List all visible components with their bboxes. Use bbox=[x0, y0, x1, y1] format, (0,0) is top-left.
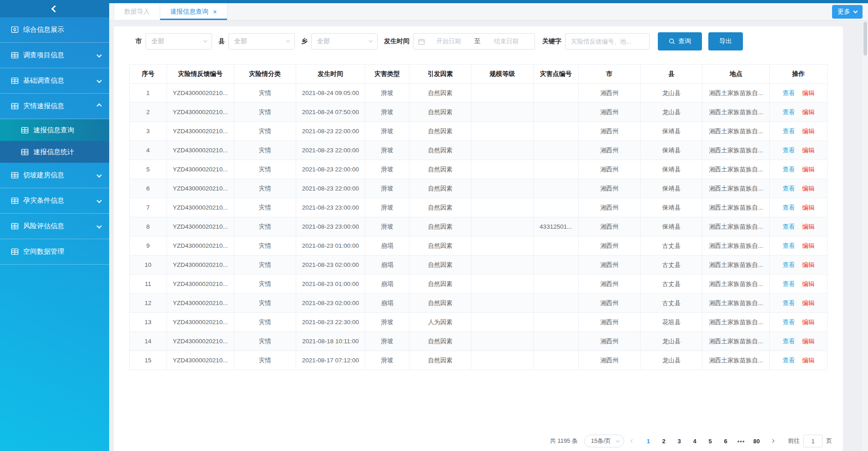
view-link[interactable]: 查看 bbox=[782, 242, 795, 249]
table-icon bbox=[11, 222, 19, 230]
page-number-5[interactable]: 5 bbox=[704, 435, 717, 447]
city-label: 市 bbox=[136, 37, 142, 45]
tab-close-icon[interactable]: × bbox=[213, 8, 217, 15]
table-row: 15YZD43000020210...灾情2021-08-17 07:12:00… bbox=[130, 351, 828, 370]
goto-page-input[interactable] bbox=[803, 435, 823, 447]
sidebar-item-label: 空间数据管理 bbox=[23, 247, 64, 256]
sidebar-item-切坡建房信息[interactable]: 切坡建房信息 bbox=[0, 163, 109, 188]
chevron-left-icon bbox=[51, 5, 58, 12]
edit-link[interactable]: 编辑 bbox=[802, 185, 814, 192]
tab-data-import[interactable]: 数据导入 bbox=[114, 3, 160, 20]
edit-link[interactable]: 编辑 bbox=[802, 261, 814, 268]
cell-seq: 11 bbox=[130, 275, 167, 294]
county-select[interactable]: 全部 bbox=[228, 33, 295, 50]
cell-city: 湘西州 bbox=[578, 236, 640, 256]
vertical-scrollbar[interactable] bbox=[863, 20, 868, 451]
edit-link[interactable]: 编辑 bbox=[802, 90, 814, 96]
column-header: 灾害点编号 bbox=[533, 65, 578, 84]
scrollbar-thumb[interactable] bbox=[863, 22, 867, 55]
table-row: 2YZD43000020210...灾情2021-08-24 07:50:00滑… bbox=[130, 103, 828, 122]
edit-link[interactable]: 编辑 bbox=[802, 109, 814, 115]
cell-factor: 自然因素 bbox=[409, 198, 471, 217]
cell-time: 2021-08-23 01:00:00 bbox=[296, 275, 365, 294]
sidebar-item-速报信息查询[interactable]: 速报信息查询 bbox=[0, 119, 109, 141]
sidebar-item-孕灾条件信息[interactable]: 孕灾条件信息 bbox=[0, 188, 109, 214]
edit-link[interactable]: 编辑 bbox=[802, 223, 814, 230]
cell-seq: 4 bbox=[130, 141, 167, 160]
data-table: 序号灾险情反馈编号灾险情分类发生时间灾害类型引发因素规模等级灾害点编号市县地点操… bbox=[129, 64, 828, 370]
edit-link[interactable]: 编辑 bbox=[802, 166, 814, 173]
view-link[interactable]: 查看 bbox=[782, 128, 795, 135]
view-link[interactable]: 查看 bbox=[782, 109, 795, 115]
cell-type: 滑坡 bbox=[365, 332, 409, 351]
city-select[interactable]: 全部 bbox=[146, 33, 212, 50]
sidebar-item-风险评估信息[interactable]: 风险评估信息 bbox=[0, 214, 109, 239]
page-number-1[interactable]: 1 bbox=[642, 435, 655, 447]
sidebar-item-调查项目信息[interactable]: 调查项目信息 bbox=[0, 43, 109, 68]
table-row: 6YZD43000020210...灾情2021-08-23 22:00:00滑… bbox=[130, 179, 828, 198]
search-button[interactable]: 查询 bbox=[658, 32, 702, 50]
sidebar-item-综合信息展示[interactable]: 综合信息展示 bbox=[0, 17, 109, 43]
edit-link[interactable]: 编辑 bbox=[802, 204, 814, 211]
prev-page-button[interactable] bbox=[626, 435, 639, 447]
cell-id: YZD43000020210... bbox=[167, 256, 234, 275]
next-page-button[interactable] bbox=[766, 435, 779, 447]
edit-link[interactable]: 编辑 bbox=[802, 147, 814, 154]
edit-link[interactable]: 编辑 bbox=[802, 300, 814, 306]
chevron-down-icon bbox=[203, 39, 207, 42]
sidebar-item-空间数据管理[interactable]: 空间数据管理 bbox=[0, 239, 109, 265]
view-link[interactable]: 查看 bbox=[782, 185, 795, 192]
sidebar-collapse-button[interactable] bbox=[0, 0, 109, 17]
cell-category: 灾情 bbox=[234, 122, 296, 141]
pagination: 共 1195 条 15条/页 123456•••80 前往 页 bbox=[550, 435, 832, 447]
edit-link[interactable]: 编辑 bbox=[802, 281, 814, 287]
edit-link[interactable]: 编辑 bbox=[802, 357, 814, 364]
town-select[interactable]: 全部 bbox=[311, 33, 378, 50]
view-link[interactable]: 查看 bbox=[782, 281, 795, 287]
cell-actions: 查看编辑 bbox=[770, 236, 828, 256]
view-link[interactable]: 查看 bbox=[782, 90, 795, 96]
table-row: 1YZD43000020210...灾情2021-08-24 09:05:00滑… bbox=[130, 84, 828, 103]
view-link[interactable]: 查看 bbox=[782, 261, 795, 268]
more-button[interactable]: 更多 bbox=[832, 5, 863, 19]
date-range-input[interactable]: 开始日期 至 结束日期 bbox=[413, 33, 535, 50]
table-icon bbox=[11, 197, 19, 205]
view-link[interactable]: 查看 bbox=[782, 319, 795, 326]
page-number-2[interactable]: 2 bbox=[657, 435, 670, 447]
cell-type: 崩塌 bbox=[365, 294, 409, 313]
sidebar-item-label: 综合信息展示 bbox=[23, 25, 64, 34]
export-button[interactable]: 导出 bbox=[708, 32, 743, 50]
cell-county: 古丈县 bbox=[641, 294, 702, 313]
page-number-6[interactable]: 6 bbox=[719, 435, 732, 447]
page-number-80[interactable]: 80 bbox=[750, 435, 763, 447]
cell-point_id bbox=[533, 313, 578, 332]
page-ellipsis[interactable]: ••• bbox=[735, 435, 747, 447]
view-link[interactable]: 查看 bbox=[782, 357, 795, 364]
view-link[interactable]: 查看 bbox=[782, 204, 795, 211]
page-number-4[interactable]: 4 bbox=[688, 435, 701, 447]
column-header: 地点 bbox=[702, 65, 770, 84]
edit-link[interactable]: 编辑 bbox=[802, 242, 814, 249]
sidebar-item-label: 孕灾条件信息 bbox=[23, 196, 64, 205]
chevron-right-icon bbox=[771, 439, 774, 443]
page-number-3[interactable]: 3 bbox=[673, 435, 686, 447]
sidebar-item-灾情速报信息[interactable]: 灾情速报信息 bbox=[0, 94, 109, 119]
view-link[interactable]: 查看 bbox=[782, 338, 795, 345]
keyword-input[interactable] bbox=[565, 33, 650, 50]
edit-link[interactable]: 编辑 bbox=[802, 319, 814, 326]
table-icon bbox=[11, 171, 19, 179]
cell-type: 滑坡 bbox=[365, 179, 409, 198]
edit-link[interactable]: 编辑 bbox=[802, 338, 814, 345]
page-size-select[interactable]: 15条/页 bbox=[584, 435, 624, 447]
view-link[interactable]: 查看 bbox=[782, 300, 795, 306]
edit-link[interactable]: 编辑 bbox=[802, 128, 814, 135]
view-link[interactable]: 查看 bbox=[782, 166, 795, 173]
cell-actions: 查看编辑 bbox=[770, 84, 828, 103]
view-link[interactable]: 查看 bbox=[782, 223, 795, 230]
sidebar-item-速报信息统计[interactable]: 速报信息统计 bbox=[0, 141, 109, 163]
view-link[interactable]: 查看 bbox=[782, 147, 795, 154]
cell-actions: 查看编辑 bbox=[770, 313, 828, 332]
tab-report-query[interactable]: 速报信息查询 × bbox=[160, 3, 227, 20]
cell-seq: 13 bbox=[130, 313, 167, 332]
sidebar-item-基础调查信息[interactable]: 基础调查信息 bbox=[0, 68, 109, 94]
